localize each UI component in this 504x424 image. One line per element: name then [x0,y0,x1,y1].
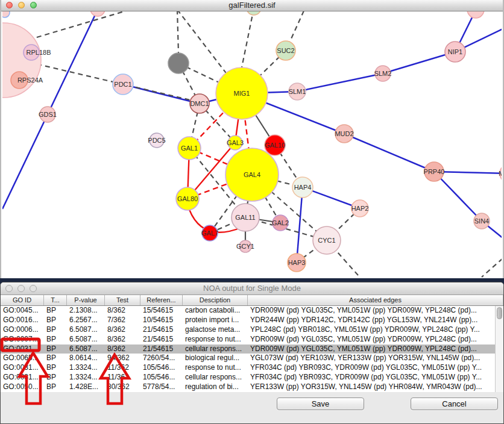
table-cell: GO:0045... [1,306,44,316]
table-cell: YDR009W (pd) YGL035C, YML051W (pp) YDR00… [248,335,497,344]
table-cell: 7260/54... [140,354,183,363]
table-cell: 10/54615 [140,316,183,325]
network-edge [344,134,434,172]
table-cell: YPL248C (pd) YBR018C, YML051W (pp) YDR00… [248,325,497,335]
node-label-HAP3: HAP3 [288,259,306,266]
table-cell: 1.428E... [67,382,105,392]
table-cell: 80/362 [105,382,140,392]
node-label-SLM1: SLM1 [289,88,306,95]
column-header[interactable]: Test [105,295,140,305]
table-cell: 8.0614... [67,354,105,363]
table-cell: BP [44,335,67,344]
column-header[interactable]: Referen... [140,295,183,305]
node-label-GAL3: GAL3 [227,139,244,146]
table-cell: 11/362 [105,363,140,373]
column-header[interactable]: GO ID [1,295,44,305]
table-row[interactable]: GO:0050...BP1.428E...80/3625778/54...reg… [1,382,497,392]
column-header[interactable]: P-value [67,295,105,305]
node-label-PDC5: PDC5 [148,137,165,144]
table-cell: 5778/54... [140,382,183,392]
table-cell: 21/54615 [140,344,183,354]
table-cell: 11/362 [105,373,140,382]
node-label-SUC2: SUC2 [277,47,294,54]
noa-window: NOA output for Single Mode GO IDT...P-va… [0,282,504,424]
table-cell: 105/546... [140,373,183,382]
table-cell: 15/54615 [140,306,183,316]
save-button[interactable]: Save [277,398,364,410]
node-label-RPL18B: RPL18B [27,49,51,56]
network-edge [177,11,178,53]
table-cell: 21/54615 [140,325,183,335]
table-cell: 6.5087... [67,335,105,344]
table-cell: BP [44,354,67,363]
node-label-GDS1: GDS1 [39,111,57,118]
node-label-MSI: MSI [499,170,502,177]
table-cell: GO:0050... [1,382,44,392]
table-cell: 8/362 [105,344,140,354]
table-row[interactable]: GO:0007...BP6.5087...8/36221/54615respon… [1,335,497,344]
cancel-button[interactable]: Cancel [411,398,498,410]
table-cell: BP [44,382,67,392]
node-label-RPS24A: RPS24A [17,76,43,84]
node-corner-tl[interactable] [2,11,10,17]
network-edge [242,11,254,67]
graph-window-title: galFiltered.sif [1,1,503,10]
table-row[interactable]: GO:0031...BP6.5087...8/36221/54615cellul… [1,344,497,354]
table-row[interactable]: GO:0031...BP1.3324...11/362105/546...cel… [1,373,497,382]
node-label-GCY1: GCY1 [236,243,254,250]
table-cell: GO:0006... [1,325,44,335]
table-cell: 8/362 [105,325,140,335]
table-cell: 21/54615 [140,335,183,344]
node-top-pink[interactable] [90,11,105,16]
network-edge [123,84,200,104]
table-row[interactable]: GO:0006...BP6.5087...8/36221/54615galact… [1,325,497,335]
node-top-green[interactable] [247,11,261,15]
table-row[interactable]: GO:0016...BP6.2567...7/36210/54615protei… [1,316,497,325]
scrollbar-thumb[interactable] [497,307,502,319]
table-cell: 6.5087... [67,325,105,335]
network-edge [297,187,303,263]
table-cell: GO:0031... [1,344,44,354]
table-row[interactable]: GO:0031...BP1.3324...11/362105/546...res… [1,363,497,373]
table-cell: GO:0016... [1,316,44,325]
table-row[interactable]: GO:0045...BP2.1308...8/36215/54615carbon… [1,306,497,316]
table-cell: 1.3324... [67,373,105,382]
table-cell: 2.1308... [67,306,105,316]
table-cell: GO:0031... [1,373,44,382]
node-tr-pink[interactable] [467,11,484,18]
table-cell: GO:0065... [1,354,44,363]
node-label-SIN4: SIN4 [474,217,489,225]
table-body: GO:0045...BP2.1308...8/36215/54615carbon… [1,306,503,392]
table-header: GO IDT...P-valueTestReferen...Desciption… [1,295,503,306]
vertical-scrollbar[interactable] [495,306,503,392]
table-cell: biological regul... [183,354,248,363]
node-label-GAL4: GAL4 [244,171,260,178]
node-label-PDC1: PDC1 [114,81,131,88]
table-cell: 7/362 [105,316,140,325]
network-edge [20,11,126,42]
table-cell: YDR009W (pd) YGL035C, YML051W (pp) YDR00… [248,344,497,354]
table-cell: YFR034C (pd) YBR093C, YDR009W (pd) YGL03… [248,363,497,373]
table-cell: 6.2567... [67,316,105,325]
column-header[interactable]: Desciption [183,295,248,305]
table-cell: YDR009W (pd) YGL035C, YML051W (pp) YDR00… [248,306,497,316]
table-row[interactable]: GO:0065...BP8.0614...94/3627260/54...bio… [1,354,497,363]
table-cell: carbon cataboli... [183,306,248,316]
noa-window-titlebar: NOA output for Single Mode [1,282,503,295]
column-header[interactable]: Associated edges [248,295,503,305]
table-cell: 8/362 [105,306,140,316]
button-row: Save Cancel [1,392,503,424]
table-cell: GO:0007... [1,335,44,344]
network-edge [434,172,482,221]
table-cell: 94/362 [105,354,140,363]
column-header[interactable]: T... [44,295,67,305]
table-cell: YGL073W (pd) YER103W, YER133W (pp) YOR31… [248,354,497,363]
table-cell: YER133W (pp) YOR315W, YNL145W (pd) YHR08… [248,382,497,392]
network-svg: RPL18BRPS24AGDS1PDC1MIG1DMC1SUC2SLM1SLM2… [2,11,502,278]
node-label-HAP4: HAP4 [294,184,312,191]
table-cell: BP [44,306,67,316]
table-rows: GO:0045...BP2.1308...8/36215/54615carbon… [1,306,503,392]
table-cell: BP [44,344,67,354]
node-gray[interactable] [168,53,189,73]
network-canvas[interactable]: RPL18BRPS24AGDS1PDC1MIG1DMC1SUC2SLM1SLM2… [2,11,502,278]
